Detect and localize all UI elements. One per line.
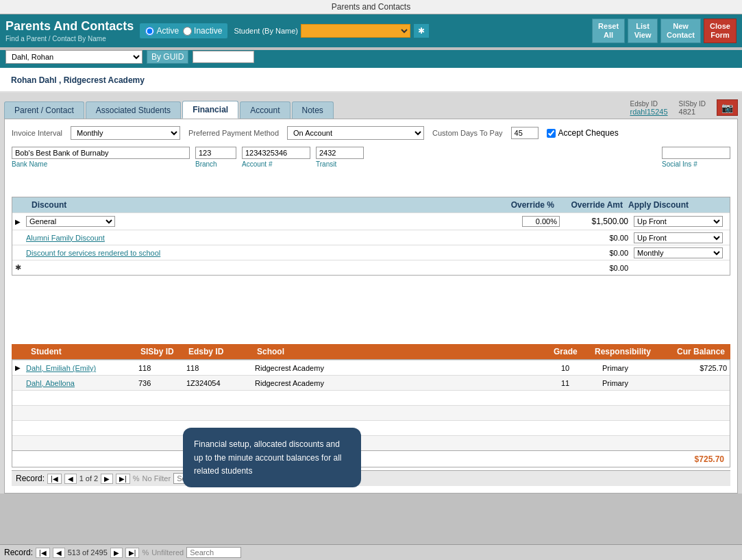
accept-cheques-checkbox[interactable] xyxy=(547,129,556,138)
student-row-1: Dahl, Abellona 736 1Z324054 Ridgecrest A… xyxy=(12,375,730,390)
discount-amt-1: $0.00 xyxy=(565,234,634,242)
student-responsibility-1: Primary xyxy=(599,378,668,389)
student-sisby-1: 736 xyxy=(136,378,184,389)
inactive-radio[interactable] xyxy=(183,27,192,36)
students-header: Student SISby ID Edsby ID School Grade R… xyxy=(12,344,730,359)
student-name-0[interactable]: Dahl, Emiliah (Emily) xyxy=(23,363,136,374)
student-by-name-group: Student (By Name) ✱ xyxy=(234,23,430,38)
student-name-1[interactable]: Dahl, Abellona xyxy=(23,378,136,389)
balance-total: $725.70 xyxy=(12,451,730,467)
outer-next-btn[interactable]: ▶ xyxy=(110,548,123,558)
student-grade-1: 11 xyxy=(558,378,599,389)
discount-name-2[interactable]: Discount for services rendered to school xyxy=(23,247,504,258)
tab-notes[interactable]: Notes xyxy=(292,101,334,119)
student-select[interactable] xyxy=(301,24,410,38)
outer-filter-icon: % xyxy=(142,548,149,557)
discount-name-1[interactable]: Alumni Family Discount xyxy=(23,232,504,243)
bank-name-field: Bank Name xyxy=(12,147,190,168)
close-form-button[interactable]: Close Form xyxy=(704,19,737,43)
discount-col-header: Discount xyxy=(32,200,66,210)
discount-apply-0: Up Front xyxy=(634,216,730,227)
action-buttons: Reset All List View New Contact Close Fo… xyxy=(592,19,737,43)
inner-last-btn[interactable]: ▶| xyxy=(116,474,130,484)
students-section: Student SISby ID Edsby ID School Grade R… xyxy=(12,344,730,467)
tab-content-financial: Invoice Interval Monthly Preferred Payme… xyxy=(4,119,738,494)
tab-associated-students[interactable]: Associated Students xyxy=(86,101,181,119)
apply-select-2[interactable]: Monthly xyxy=(634,247,723,258)
list-view-button[interactable]: List View xyxy=(628,19,658,43)
bank-name-input[interactable] xyxy=(12,147,190,159)
reset-all-button[interactable]: Reset All xyxy=(592,19,625,43)
sisby-id-label: SISby ID xyxy=(679,100,706,108)
app-title: Parents And Contacts xyxy=(5,19,134,34)
apply-select-1[interactable]: Up Front xyxy=(634,232,723,243)
header: Parents And Contacts Find a Parent / Con… xyxy=(0,14,742,47)
account-field: Account # xyxy=(242,147,310,168)
invoice-interval-label: Invoice Interval xyxy=(12,129,62,137)
edsby-id-value[interactable]: rdahl15245 xyxy=(630,108,667,116)
student-sisby-0: 118 xyxy=(136,363,184,374)
discount-select-0[interactable]: General xyxy=(26,216,115,227)
student-responsibility-0: Primary xyxy=(599,363,668,374)
find-row: Dahl, Rohan By GUID xyxy=(0,50,742,68)
payment-method-label: Preferred Payment Method xyxy=(188,129,279,137)
override-amt-col-header: Override Amt xyxy=(571,200,623,210)
discount-amt-3: $0.00 xyxy=(565,264,634,272)
discount-row-alumni: Alumni Family Discount $0.00 Up Front xyxy=(12,230,730,245)
sisby-id-group: SISby ID 4821 xyxy=(679,100,706,116)
student-row-empty-1 xyxy=(12,390,730,405)
find-label: Find a Parent / Contact By Name xyxy=(5,35,134,42)
transit-input[interactable] xyxy=(316,147,364,159)
discount-name-0: General xyxy=(23,215,504,228)
discount-row-services: Discount for services rendered to school… xyxy=(12,245,730,260)
find-parent-select[interactable]: Dahl, Rohan xyxy=(5,50,143,64)
payment-method-select[interactable]: On Account xyxy=(287,126,424,140)
header-left: Parents And Contacts Find a Parent / Con… xyxy=(5,19,134,42)
apply-select-0[interactable]: Up Front xyxy=(634,216,723,227)
students-table-body: ▶ Dahl, Emiliah (Emily) 118 118 Ridgecre… xyxy=(12,359,730,451)
inner-no-filter: No Filter xyxy=(143,474,171,483)
inner-prev-btn[interactable]: ◀ xyxy=(64,474,77,484)
new-contact-button[interactable]: New Contact xyxy=(660,19,701,43)
discount-row-new: ✱ $0.00 xyxy=(12,260,730,275)
inner-record-label: Record: xyxy=(16,474,45,483)
active-radio[interactable] xyxy=(145,27,154,36)
student-grade-0: 10 xyxy=(558,363,599,374)
tabs-row: Parent / Contact Associated Students Fin… xyxy=(4,97,738,119)
photo-button[interactable]: 📷 xyxy=(717,99,738,116)
sisby-id-value: 4821 xyxy=(679,108,706,116)
financial-row1: Invoice Interval Monthly Preferred Payme… xyxy=(12,126,730,140)
outer-first-btn[interactable]: |◀ xyxy=(36,548,50,558)
inner-next-btn[interactable]: ▶ xyxy=(101,474,113,484)
outer-search-input[interactable] xyxy=(186,547,241,558)
discount-header: Discount Override % Override Amt Apply D… xyxy=(12,197,730,212)
tab-parent-contact[interactable]: Parent / Contact xyxy=(4,101,84,119)
custom-days-label: Custom Days To Pay xyxy=(432,129,503,137)
title-bar-text: Parents and Contacts xyxy=(332,2,410,12)
tab-financial[interactable]: Financial xyxy=(182,101,238,119)
active-radio-label[interactable]: Active xyxy=(145,26,179,36)
accept-cheques-label[interactable]: Accept Cheques xyxy=(547,128,619,138)
inactive-radio-label[interactable]: Inactive xyxy=(183,26,222,36)
inner-record-value: 1 of 2 xyxy=(79,474,99,483)
invoice-interval-select[interactable]: Monthly xyxy=(71,126,180,140)
transit-field: Transit xyxy=(316,147,364,168)
account-input[interactable] xyxy=(242,147,310,159)
edsby-id-group: Edsby ID rdahl15245 xyxy=(630,100,667,116)
tab-account[interactable]: Account xyxy=(240,101,290,119)
guid-input[interactable] xyxy=(193,51,254,63)
star-button[interactable]: ✱ xyxy=(413,23,430,38)
social-ins-input[interactable] xyxy=(662,147,730,159)
social-ins-label: Social Ins # xyxy=(662,160,730,168)
custom-days-input[interactable] xyxy=(511,127,539,139)
outer-last-btn[interactable]: ▶| xyxy=(125,548,140,558)
outer-prev-btn[interactable]: ◀ xyxy=(53,548,65,558)
contact-name-bar: Rohan Dahl , Ridgecrest Academy xyxy=(0,68,742,93)
inner-nav: Record: |◀ ◀ 1 of 2 ▶ ▶| % No Filter xyxy=(12,470,730,486)
student-row-0: ▶ Dahl, Emiliah (Emily) 118 118 Ridgecre… xyxy=(12,360,730,375)
inner-first-btn[interactable]: |◀ xyxy=(47,474,62,484)
by-guid-button[interactable]: By GUID xyxy=(147,50,188,64)
branch-label: Branch xyxy=(195,160,236,168)
branch-input[interactable] xyxy=(195,147,236,159)
pct-input-0[interactable] xyxy=(522,216,560,227)
